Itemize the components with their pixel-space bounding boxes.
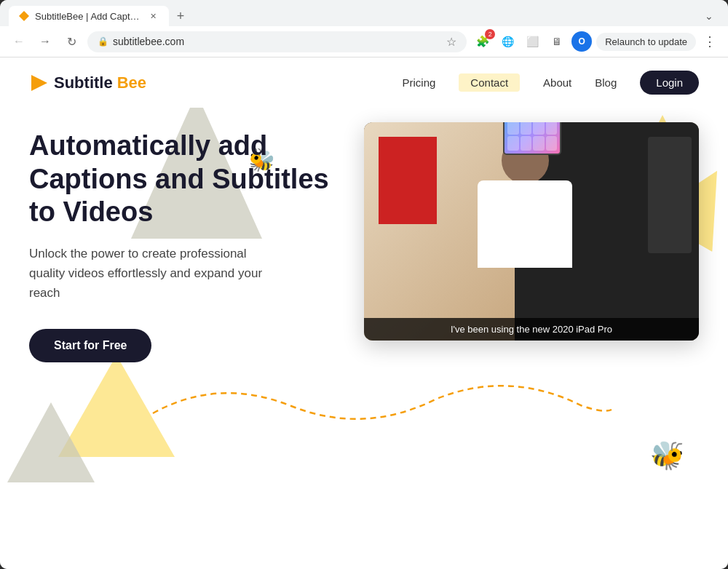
person-body — [478, 180, 572, 268]
nav-link-blog[interactable]: Blog — [595, 76, 617, 89]
video-caption-text: I've been using the new 2020 iPad Pro — [451, 324, 612, 335]
ipad-device — [503, 122, 561, 155]
dashed-path — [146, 370, 619, 428]
app-icon — [533, 122, 545, 135]
logo-play-icon — [31, 75, 47, 91]
site-navigation: SubtitleBee Pricing Contact About Blog L… — [0, 57, 728, 108]
extension-badge-icon[interactable]: 🧩 2 — [472, 31, 493, 52]
bookmark-icon[interactable]: ☆ — [446, 35, 456, 49]
hero-subtitle: Unlock the power to create professional … — [29, 244, 284, 303]
nav-link-about[interactable]: About — [543, 76, 571, 89]
studio-rack — [648, 137, 692, 253]
nav-link-contact[interactable]: Contact — [459, 73, 520, 92]
app-icon — [507, 122, 519, 135]
hero-left: Automatically add Captions and Subtitles… — [29, 115, 335, 362]
tab-bar-right: ⌄ — [699, 7, 719, 25]
app-icon — [546, 122, 558, 135]
app-icon — [507, 136, 519, 151]
studio-red-panel — [379, 137, 437, 224]
browser-toolbar: 🧩 2 🌐 ⬜ 🖥 O Relaunch to update ⋮ — [472, 31, 719, 52]
chevron-down-icon[interactable]: ⌄ — [699, 7, 719, 25]
forward-button[interactable]: → — [35, 31, 55, 52]
badge-count: 2 — [485, 29, 495, 39]
nav-link-pricing[interactable]: Pricing — [403, 76, 436, 89]
app-icon — [521, 122, 532, 135]
url-bar[interactable]: 🔒 subtitlebee.com ☆ — [87, 31, 467, 52]
app-icon — [546, 136, 558, 151]
logo-icon — [29, 75, 50, 91]
nav-links: Pricing Contact About Blog Login — [403, 71, 700, 95]
tab-favicon — [19, 11, 29, 21]
relaunch-button[interactable]: Relaunch to update — [596, 33, 696, 51]
active-tab[interactable]: SubtitleBee | Add Captions a... ✕ — [9, 6, 169, 26]
profile-icon[interactable]: O — [571, 31, 592, 52]
page-content: SubtitleBee Pricing Contact About Blog L… — [0, 57, 728, 569]
login-button[interactable]: Login — [640, 71, 699, 95]
url-text: subtitlebee.com — [113, 36, 439, 47]
video-player[interactable]: I've been using the new 2020 iPad Pro — [364, 122, 699, 341]
logo-text-subtitle: Subtitle — [54, 73, 113, 92]
hero-title: Automatically add Captions and Subtitles… — [29, 130, 335, 229]
logo-text-bee: Bee — [117, 73, 146, 92]
back-button[interactable]: ← — [9, 31, 29, 52]
hero-right: I've been using the new 2020 iPad Pro — [364, 122, 699, 341]
logo[interactable]: SubtitleBee — [29, 73, 146, 92]
tab-grid-icon[interactable]: ⬜ — [522, 31, 542, 52]
globe-icon[interactable]: 🌐 — [497, 31, 518, 52]
hero-section: 🐝 🐝 Automatically add Captions and Subti… — [0, 108, 728, 486]
ipad-screen — [505, 122, 560, 154]
reload-button[interactable]: ↻ — [61, 31, 82, 52]
app-icon — [521, 136, 532, 151]
tab-bar: SubtitleBee | Add Captions a... ✕ + — [9, 6, 191, 26]
chrome-menu-icon[interactable]: ⋮ — [700, 31, 719, 52]
app-icon — [533, 136, 545, 151]
cta-button[interactable]: Start for Free — [29, 329, 151, 362]
title-bar: SubtitleBee | Add Captions a... ✕ + ⌄ — [0, 0, 728, 26]
bee-bottom-icon: 🐝 — [650, 439, 684, 471]
studio-person — [459, 137, 590, 311]
tab-title: SubtitleBee | Add Captions a... — [35, 11, 141, 22]
tab-close-button[interactable]: ✕ — [147, 10, 159, 22]
video-caption-bar: I've been using the new 2020 iPad Pro — [364, 318, 699, 341]
browser-window: SubtitleBee | Add Captions a... ✕ + ⌄ ← … — [0, 0, 728, 569]
new-tab-button[interactable]: + — [170, 6, 191, 26]
lock-icon: 🔒 — [98, 36, 108, 47]
address-bar: ← → ↻ 🔒 subtitlebee.com ☆ 🧩 2 🌐 ⬜ 🖥 O Re… — [0, 26, 728, 57]
cast-icon[interactable]: 🖥 — [547, 31, 567, 52]
video-scene — [364, 122, 699, 341]
